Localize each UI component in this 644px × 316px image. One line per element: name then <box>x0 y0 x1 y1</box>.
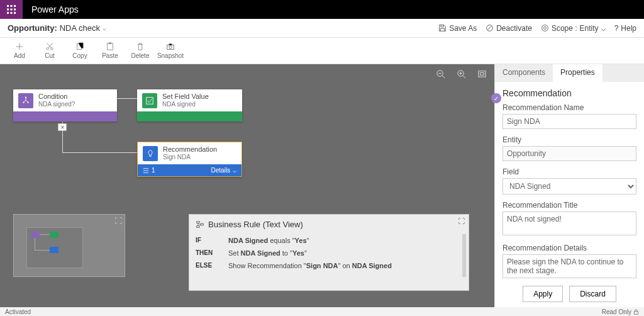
lock-icon <box>633 309 639 315</box>
read-only-indicator: Read Only <box>602 308 639 315</box>
camera-icon <box>166 42 175 51</box>
recommendation-title-input[interactable]: NDA not signed! <box>502 212 636 235</box>
svg-point-19 <box>169 46 172 48</box>
recommendation-node[interactable]: RecommendationSign NDA 1 Details⌵ <box>137 142 242 177</box>
svg-rect-4 <box>11 9 13 11</box>
svg-rect-33 <box>197 221 199 223</box>
svg-rect-28 <box>480 73 484 76</box>
text-view-title: Business Rule (Text View) <box>189 215 469 234</box>
zoom-out-button[interactable] <box>436 69 445 81</box>
cut-button[interactable]: Cut <box>36 42 63 59</box>
svg-rect-0 <box>7 5 9 7</box>
condition-node[interactable]: ConditionNDA signed? <box>13 89 117 121</box>
recommendation-name-input[interactable] <box>502 114 636 129</box>
svg-rect-27 <box>479 71 486 77</box>
details-toggle[interactable]: Details⌵ <box>211 167 236 174</box>
list-icon <box>143 167 149 174</box>
tab-components[interactable]: Components <box>495 64 553 82</box>
app-launcher[interactable] <box>0 0 23 19</box>
save-icon <box>438 24 447 32</box>
tab-properties[interactable]: Properties <box>553 64 602 82</box>
svg-rect-32 <box>147 97 153 104</box>
svg-rect-3 <box>7 9 9 11</box>
snapshot-button[interactable]: Snapshot <box>157 42 184 59</box>
breadcrumb-entity: Opportunity: <box>8 23 57 33</box>
svg-rect-1 <box>11 5 13 7</box>
flow-icon <box>196 220 204 229</box>
delete-button[interactable]: Delete <box>127 42 153 59</box>
svg-point-11 <box>542 25 548 31</box>
breadcrumb[interactable]: Opportunity: NDA check ⌵ <box>8 23 106 33</box>
panel-heading: Recommendation <box>502 88 636 98</box>
trash-icon <box>136 42 145 51</box>
chevron-down-icon: ⌵ <box>233 167 236 174</box>
paste-icon <box>106 42 114 51</box>
zoom-in-button[interactable] <box>457 69 466 81</box>
text-view-panel: ⛶ Business Rule (Text View) IFNDA Signed… <box>189 214 469 291</box>
scissors-icon <box>45 42 54 51</box>
svg-rect-36 <box>635 311 638 314</box>
field-select[interactable]: NDA Signed <box>502 178 636 195</box>
recommendation-details-input[interactable]: Please sign the NDA to continue to the n… <box>502 254 636 278</box>
minimap[interactable]: ⛶ <box>13 214 125 277</box>
help-button[interactable]: ? Help <box>614 24 636 33</box>
lightbulb-icon <box>143 146 158 161</box>
svg-rect-5 <box>14 9 16 11</box>
checkbox-icon <box>142 93 157 108</box>
apply-button[interactable]: Apply <box>523 286 563 302</box>
branch-icon <box>18 93 33 108</box>
help-icon: ? <box>614 24 619 33</box>
plus-icon <box>15 42 24 51</box>
svg-rect-6 <box>7 12 9 14</box>
copy-button[interactable]: Copy <box>67 42 93 59</box>
svg-rect-35 <box>197 225 199 227</box>
discard-button[interactable]: Discard <box>569 286 616 302</box>
svg-rect-34 <box>201 223 203 225</box>
add-button[interactable]: Add <box>6 42 33 59</box>
waffle-icon <box>7 5 16 14</box>
scope-selector[interactable]: Scope : Entity ⌵ <box>541 24 606 33</box>
svg-rect-8 <box>14 12 16 14</box>
svg-point-31 <box>27 101 28 103</box>
svg-point-29 <box>25 96 26 98</box>
set-field-node[interactable]: Set Field ValueNDA signed <box>137 89 242 121</box>
save-as-button[interactable]: Save As <box>438 24 477 33</box>
app-name: Power Apps <box>23 4 79 14</box>
svg-line-21 <box>442 76 445 78</box>
entity-input <box>502 146 636 161</box>
chevron-down-icon: ⌵ <box>103 25 106 31</box>
condition-true-port[interactable]: ✓ <box>491 93 501 103</box>
condition-false-port[interactable]: ✕ <box>58 123 67 131</box>
expand-icon[interactable]: ⛶ <box>458 217 465 225</box>
breadcrumb-rule: NDA check <box>60 23 100 33</box>
scope-icon <box>541 24 549 32</box>
deactivate-icon <box>486 24 494 32</box>
svg-point-12 <box>543 26 546 29</box>
chevron-down-icon: ⌵ <box>601 24 606 33</box>
svg-line-24 <box>463 76 465 78</box>
canvas[interactable]: ConditionNDA signed? ✓ ✕ Set Field Value… <box>0 64 494 307</box>
paste-button[interactable]: Paste <box>97 42 123 59</box>
status-text: Activated <box>5 308 31 315</box>
svg-rect-2 <box>14 5 16 7</box>
expand-icon[interactable]: ⛶ <box>114 217 122 225</box>
svg-line-10 <box>487 26 492 30</box>
deactivate-button[interactable]: Deactivate <box>486 24 532 33</box>
fit-screen-button[interactable] <box>477 69 487 81</box>
svg-rect-16 <box>108 43 113 50</box>
svg-point-30 <box>23 101 24 103</box>
copy-icon <box>75 42 84 51</box>
svg-rect-7 <box>11 12 13 14</box>
